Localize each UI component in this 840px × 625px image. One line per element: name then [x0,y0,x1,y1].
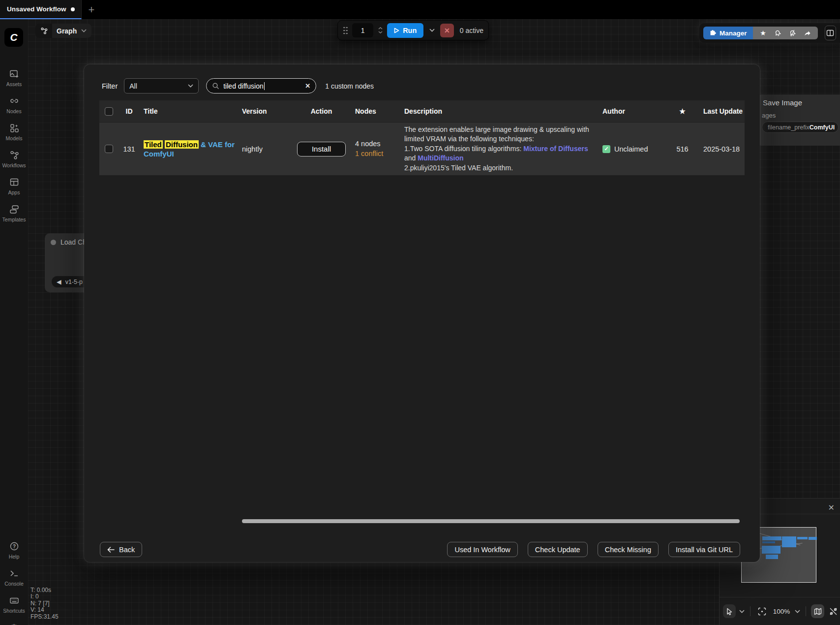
nodes-table: ID Title Version Action Nodes Descriptio… [99,100,745,175]
bell-button[interactable] [771,30,785,37]
pointer-tool-options[interactable] [739,610,745,613]
chevron-down-icon [81,29,87,32]
header-stars[interactable]: ★ [669,107,696,115]
sidebar-item-help[interactable]: ? Help [0,541,28,567]
top-right-toolbar: Manager ★ [699,23,840,43]
sidebar-item-templates[interactable]: Templates [0,204,28,230]
filter-select[interactable]: All [124,78,199,94]
zoom-options[interactable] [794,610,801,613]
svg-text:?: ? [12,544,15,549]
share-arrow-icon [804,30,811,37]
run-options-button[interactable] [427,29,436,32]
sidebar-item-apps[interactable]: Apps [0,177,28,203]
focus-icon [758,607,766,616]
toggle-links-button[interactable] [827,604,840,618]
install-button[interactable]: Install [297,142,346,156]
sidebar-item-console[interactable]: Console [0,568,28,594]
row-last-update: 2025-03-18 [696,145,745,153]
star-button[interactable]: ★ [756,29,771,37]
save-image-node[interactable]: Save Image ages filename_prefix ComfyUI [756,94,840,146]
run-button[interactable]: Run [387,23,423,38]
check-missing-button[interactable]: Check Missing [598,542,659,557]
view-toolbar: 100% [720,597,840,625]
sidebar-item-nodes[interactable]: Nodes [0,95,28,122]
templates-icon [9,204,20,215]
sidebar-item-models[interactable]: Models [0,123,28,149]
load-checkpoint-node[interactable]: Load Ch ◀v1-5-p [45,233,86,292]
graph-icon [35,24,52,38]
help-icon: ? [9,541,20,552]
mixture-of-diffusers-link[interactable]: Mixture of Diffusers [523,145,588,153]
widget-value: ComfyUI [810,124,835,131]
map-icon [814,608,822,615]
header-last-update[interactable]: Last Update [696,107,745,115]
graph-label: Graph [57,27,77,35]
checkpoint-value: v1-5-p [65,279,83,285]
keyboard-icon [9,595,20,606]
workflow-tab[interactable]: Unsaved Workflow [0,0,82,19]
divider [750,606,750,616]
sidebar-item-assets[interactable]: Assets [0,68,28,95]
stat-time: T: 0.00s [30,587,59,594]
row-title-link[interactable]: Tiled Diffusion & VAE for ComfyUI [144,140,235,158]
conflict-label[interactable]: 1 conflict [355,149,401,159]
bell-slash-button[interactable] [785,30,800,37]
left-sidebar: C Assets Nodes Models Workflows Apps Tem… [0,19,28,625]
filename-prefix-widget[interactable]: filename_prefix ComfyUI [762,122,839,133]
arrow-left-icon [107,547,115,553]
node-status-dot [51,240,56,245]
header-id[interactable]: ID [118,107,140,115]
console-icon [9,568,20,579]
checkpoint-widget[interactable]: ◀v1-5-p [52,276,86,287]
check-update-button[interactable]: Check Update [528,542,588,557]
back-button[interactable]: Back [100,542,142,557]
share-button[interactable] [800,30,815,37]
sidebar-item-workflows[interactable]: Workflows [0,150,28,176]
batch-count-stepper[interactable] [377,27,383,33]
row-description: The extension enables large image drawin… [401,125,590,173]
sidebar-item-shortcuts[interactable]: Shortcuts [0,595,28,622]
custom-nodes-manager-dialog: Filter All tiled diffusion ✕ 1 custom no… [84,64,760,562]
new-workflow-button[interactable]: + [82,0,101,19]
clear-search-icon[interactable]: ✕ [305,82,310,90]
link-off-icon [829,607,838,616]
batch-count-input[interactable]: 1 [352,23,373,37]
install-via-git-button[interactable]: Install via Git URL [668,542,740,557]
search-input[interactable]: tiled diffusion ✕ [206,78,316,94]
pointer-tool-button[interactable] [723,604,736,618]
minimap-toggle-button[interactable] [811,604,824,618]
header-version[interactable]: Version [239,107,293,115]
nodes-icon [9,95,20,106]
drag-handle-icon[interactable] [343,26,348,34]
sidepanel-toggle-button[interactable] [825,26,836,40]
cancel-run-button[interactable]: ✕ [440,24,454,37]
manager-button[interactable]: Manager [703,27,753,39]
unsaved-dot-icon [71,7,75,11]
apps-icon [9,177,20,188]
sidebar-item-settings[interactable]: ⚙ Settings [0,622,28,625]
used-in-workflow-button[interactable]: Used In Workflow [447,542,517,557]
multidiffusion-link[interactable]: MultiDiffusion [418,154,463,162]
row-checkbox[interactable] [105,145,113,153]
panel-layout-icon [826,30,834,36]
result-count: 1 custom nodes [325,82,374,90]
graph-selector[interactable]: Graph [35,24,91,38]
divider [806,606,806,616]
header-nodes[interactable]: Nodes [350,107,401,115]
header-author[interactable]: Author [590,107,669,115]
star-icon: ★ [760,29,766,37]
header-title[interactable]: Title [140,107,239,115]
load-node-title: Load Ch [60,238,86,246]
header-action[interactable]: Action [293,107,350,115]
close-icon[interactable]: ✕ [828,503,835,512]
nodes-count[interactable]: 4 nodes [355,139,401,149]
comfyui-logo[interactable]: C [4,28,23,47]
fit-view-button[interactable] [755,604,768,618]
bell-icon [773,29,782,38]
bell-slash-icon [788,29,797,38]
select-all-checkbox[interactable] [105,107,113,116]
header-description[interactable]: Description [401,107,590,115]
chevron-down-icon [378,31,383,33]
horizontal-scrollbar[interactable] [242,519,740,523]
zoom-level-label[interactable]: 100% [773,608,790,615]
